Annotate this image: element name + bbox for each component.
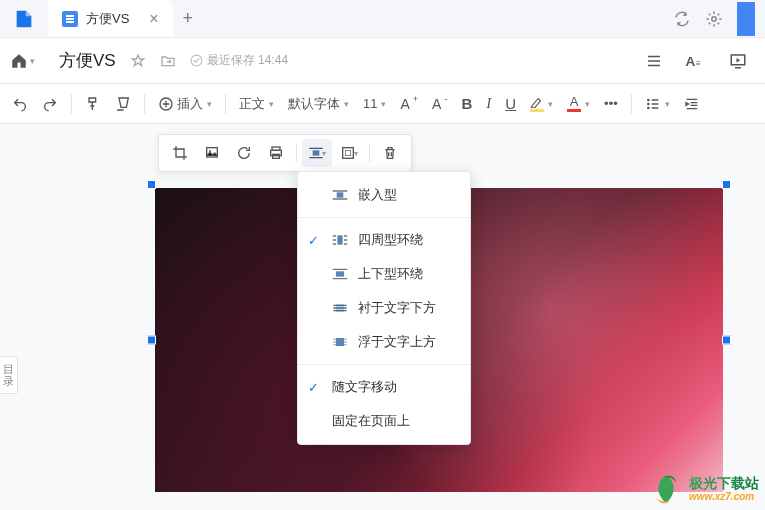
outline-tab[interactable]: 目录 bbox=[0, 356, 18, 394]
app-logo[interactable] bbox=[0, 0, 48, 37]
font-size-select[interactable]: 11▾ bbox=[359, 92, 390, 115]
decrease-font-button[interactable]: A- bbox=[428, 92, 451, 116]
wrap-infront-item[interactable]: 浮于文字上方 bbox=[298, 325, 470, 359]
font-format-icon[interactable]: A≡ bbox=[685, 52, 707, 70]
close-tab-icon[interactable]: × bbox=[149, 10, 158, 28]
svg-rect-15 bbox=[343, 148, 354, 159]
rotate-button[interactable] bbox=[229, 139, 259, 167]
fix-on-page-item[interactable]: 固定在页面上 bbox=[298, 404, 470, 438]
svg-text:≡: ≡ bbox=[696, 58, 701, 67]
svg-point-6 bbox=[647, 98, 650, 101]
clear-format-button[interactable] bbox=[111, 92, 135, 116]
replace-image-button[interactable] bbox=[197, 139, 227, 167]
svg-rect-19 bbox=[336, 271, 344, 276]
image-toolbar: ▾ ▾ bbox=[158, 134, 412, 172]
underline-button[interactable]: U bbox=[501, 91, 520, 116]
resize-handle-ml[interactable] bbox=[147, 336, 156, 345]
svg-rect-17 bbox=[337, 192, 344, 197]
highlight-color-button[interactable]: ▾ bbox=[526, 92, 557, 116]
wrap-inline-icon bbox=[332, 189, 348, 201]
resize-handle-tr[interactable] bbox=[722, 180, 731, 189]
wrap-topbottom-icon bbox=[332, 268, 348, 280]
svg-rect-16 bbox=[345, 150, 350, 155]
titlebar: 方便VS × + bbox=[0, 0, 765, 38]
svg-point-8 bbox=[647, 106, 650, 109]
svg-rect-14 bbox=[313, 150, 320, 155]
wrap-square-item[interactable]: ✓ 四周型环绕 bbox=[298, 223, 470, 257]
bullet-list-button[interactable]: ▾ bbox=[641, 92, 674, 116]
main-toolbar: 插入▾ 正文▾ 默认字体▾ 11▾ A+ A- B I U ▾ A▾ ••• ▾ bbox=[0, 84, 765, 124]
svg-rect-21 bbox=[336, 338, 344, 346]
text-wrap-button[interactable]: ▾ bbox=[302, 139, 332, 167]
paragraph-style-select[interactable]: 正文▾ bbox=[235, 91, 278, 117]
move-to-folder-icon[interactable] bbox=[160, 53, 176, 69]
insert-button[interactable]: 插入▾ bbox=[154, 91, 216, 117]
wrap-square-icon bbox=[332, 234, 348, 246]
font-family-select[interactable]: 默认字体▾ bbox=[284, 91, 353, 117]
check-icon: ✓ bbox=[308, 233, 319, 248]
resize-handle-tl[interactable] bbox=[147, 180, 156, 189]
border-button[interactable]: ▾ bbox=[334, 139, 364, 167]
user-avatar[interactable] bbox=[737, 2, 755, 36]
svg-rect-18 bbox=[337, 235, 342, 244]
check-circle-icon bbox=[190, 54, 203, 67]
wrap-inline-item[interactable]: 嵌入型 bbox=[298, 178, 470, 212]
doc-title: 方便VS bbox=[59, 49, 116, 72]
wrap-infront-icon bbox=[332, 336, 348, 348]
resize-handle-mr[interactable] bbox=[722, 336, 731, 345]
indent-button[interactable] bbox=[680, 92, 704, 116]
svg-point-7 bbox=[647, 102, 650, 105]
more-formatting-button[interactable]: ••• bbox=[600, 92, 622, 115]
wrap-behind-item[interactable]: 衬于文字下方 bbox=[298, 291, 470, 325]
check-icon: ✓ bbox=[308, 380, 319, 395]
doc-icon bbox=[62, 11, 78, 27]
settings-icon[interactable] bbox=[705, 10, 723, 28]
print-button[interactable] bbox=[261, 139, 291, 167]
tab-title: 方便VS bbox=[86, 10, 129, 28]
canvas[interactable]: 目录 ▾ ▾ 嵌入型 ✓ 四周型环绕 上下型环绕 bbox=[0, 124, 765, 510]
increase-font-button[interactable]: A+ bbox=[396, 92, 422, 116]
sync-icon[interactable] bbox=[673, 10, 691, 28]
text-wrap-dropdown: 嵌入型 ✓ 四周型环绕 上下型环绕 衬于文字下方 浮于文字上方 ✓ 随文字移动 … bbox=[297, 171, 471, 445]
star-icon[interactable] bbox=[130, 53, 146, 69]
header: ▾ 方便VS 最近保存 14:44 A≡ bbox=[0, 38, 765, 84]
home-button[interactable]: ▾ bbox=[10, 52, 35, 70]
watermark-logo-icon bbox=[649, 472, 683, 506]
svg-point-0 bbox=[712, 16, 717, 21]
menu-icon[interactable] bbox=[645, 52, 663, 70]
new-tab-button[interactable]: + bbox=[173, 0, 203, 37]
bold-button[interactable]: B bbox=[457, 91, 476, 116]
present-icon[interactable] bbox=[729, 52, 747, 70]
svg-text:A: A bbox=[686, 53, 696, 68]
save-status: 最近保存 14:44 bbox=[190, 52, 288, 69]
delete-button[interactable] bbox=[375, 139, 405, 167]
crop-button[interactable] bbox=[165, 139, 195, 167]
redo-button[interactable] bbox=[38, 92, 62, 116]
document-tab[interactable]: 方便VS × bbox=[48, 0, 173, 37]
italic-button[interactable]: I bbox=[482, 91, 495, 116]
move-with-text-item[interactable]: ✓ 随文字移动 bbox=[298, 370, 470, 404]
undo-button[interactable] bbox=[8, 92, 32, 116]
font-color-button[interactable]: A▾ bbox=[563, 91, 594, 116]
format-painter-button[interactable] bbox=[81, 92, 105, 116]
wrap-topbottom-item[interactable]: 上下型环绕 bbox=[298, 257, 470, 291]
watermark: 极光下载站 www.xz7.com bbox=[649, 472, 759, 506]
wrap-behind-icon bbox=[332, 302, 348, 314]
